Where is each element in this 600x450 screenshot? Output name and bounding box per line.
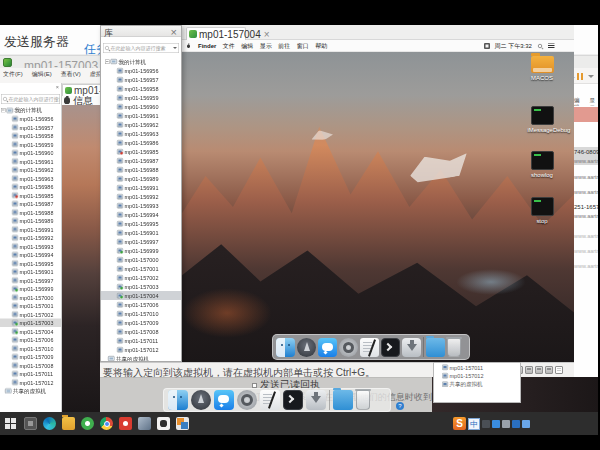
vm-list-item[interactable]: mp01-157012 [434,372,520,381]
vm-list-item[interactable]: mp01-156957 [0,123,61,132]
tree-root-my-computer[interactable]: 我的计算机 [101,57,181,66]
desktop-icon[interactable]: stop [520,197,564,228]
vm-list-item[interactable]: mp01-157012 [0,378,61,387]
finder-menu[interactable]: Finder [198,43,216,50]
vm-list-item[interactable]: mp01-156985 [101,147,181,156]
installer-icon[interactable] [402,338,421,357]
checkbox[interactable] [252,383,257,388]
menu-item[interactable]: 文件(F) [3,70,23,79]
vm-list-item[interactable]: mp01-156986 [0,183,61,192]
vm-list-item[interactable]: mp01-156960 [0,149,61,158]
vm-list-item[interactable]: mp01-157004 [0,327,61,336]
close-icon[interactable]: × [56,84,59,90]
vm-list-item[interactable]: mp01-156956 [101,66,181,75]
messages-app-menu[interactable]: 信息 [73,96,93,105]
table-header-cell[interactable]: 显示 [590,96,599,106]
menu-item[interactable]: 查看(V) [61,70,81,79]
settings-icon[interactable] [339,338,358,357]
chevron-down-icon[interactable] [173,47,177,49]
touch-keyboard-icon[interactable] [24,417,37,430]
vm-list-item[interactable]: mp01-157000 [0,293,61,302]
menu-item[interactable]: 显示 [260,42,272,51]
menu-item[interactable]: 帮助 [315,42,327,51]
table-row[interactable]: www.aartmt.com/ [574,156,598,165]
vm-list-item[interactable]: mp01-156997 [0,276,61,285]
table-row[interactable]: www.aartmt.com/ [574,246,598,255]
tab-mp01-157004[interactable]: mp01-157004 × [186,27,246,40]
file-explorer-icon[interactable] [62,417,75,430]
search-input[interactable]: 在此处输入内容进行搜索 [1,94,60,104]
vm-list-item[interactable]: mp01-156901 [101,228,181,237]
vm-list-item[interactable]: mp01-157006 [101,300,181,309]
finder-icon[interactable] [168,390,188,410]
vm-list-item[interactable]: mp01-156992 [0,234,61,243]
apple-icon[interactable] [187,44,190,48]
vm-list-item[interactable]: mp01-157011 [101,336,181,345]
security-app-icon[interactable] [81,417,94,430]
menu-item[interactable]: 编辑(E) [32,70,52,79]
vm-list-item[interactable]: mp01-157001 [0,302,61,311]
search-input[interactable]: 在此处输入内容进行搜索 [103,43,179,53]
close-icon[interactable]: × [171,26,177,38]
textedit-icon[interactable] [360,338,379,357]
edge-icon[interactable] [43,417,56,430]
desktop-icon[interactable]: showlog [520,151,564,182]
installer-icon[interactable] [306,390,326,410]
message-log-icon[interactable] [555,366,563,374]
network-adapter-icon[interactable] [525,366,533,374]
desktop-icon[interactable]: iMessageDebug [520,106,564,137]
shared-vms-item[interactable]: 共享的虚拟机 [0,387,61,396]
vm-list-item[interactable]: mp01-157000 [101,255,181,264]
vm-list-item[interactable]: mp01-156989 [101,174,181,183]
vm-list-item[interactable]: mp01-156988 [0,208,61,217]
vm-list-item[interactable]: mp01-157009 [0,353,61,362]
menu-item[interactable]: 前往 [278,42,290,51]
vm-list-item[interactable]: mp01-156956 [0,115,61,124]
vm-list-item[interactable]: mp01-156961 [101,111,181,120]
messages-icon[interactable] [318,338,337,357]
messages-icon[interactable] [214,390,234,410]
downloads-folder-icon[interactable] [333,390,353,410]
vm-list-item[interactable]: mp01-156957 [101,75,181,84]
vm-list-item[interactable]: mp01-157010 [101,309,181,318]
table-row[interactable]: 251-1657 [574,202,598,211]
vm-list-item[interactable]: mp01-156901 [0,268,61,277]
vm-list-item[interactable]: mp01-157008 [0,361,61,370]
vm-list-item[interactable]: mp01-157001 [101,264,181,273]
launchpad-icon[interactable] [297,338,316,357]
keyboard-tray-icon[interactable] [522,420,530,428]
tools-tray-icon[interactable] [512,420,520,428]
vm-list-item[interactable]: mp01-156993 [101,201,181,210]
vm-list-item[interactable]: mp01-156988 [101,165,181,174]
vm-list-item[interactable]: mp01-156960 [101,102,181,111]
start-button[interactable] [5,418,16,429]
table-row[interactable]: www.aartmt.com/ [574,187,598,196]
trash-icon[interactable] [447,338,461,357]
shared-vms-item[interactable]: 共享的虚拟机 [101,354,181,362]
vm-list-item[interactable]: mp01-157002 [0,310,61,319]
vm-list-item[interactable]: mp01-156987 [101,156,181,165]
tree-root-my-computer[interactable]: 我的计算机 [0,106,61,115]
vm-list-item[interactable]: mp01-157002 [101,273,181,282]
mic-tray-icon[interactable] [492,420,500,428]
vm-list-item[interactable]: mp01-156999 [0,285,61,294]
chevron-down-icon[interactable] [588,75,594,78]
close-icon[interactable]: × [264,29,270,40]
vm-list-item[interactable]: mp01-156992 [101,192,181,201]
vm-list-item[interactable]: mp01-156989 [0,217,61,226]
vm-list-item[interactable]: mp01-156985 [0,191,61,200]
vm-list-item[interactable]: 共享的虚拟机 [434,380,520,389]
vm-list-item[interactable]: mp01-156994 [101,210,181,219]
vm-list-item[interactable]: mp01-157008 [101,327,181,336]
table-row[interactable]: www.aartmt.com/ [574,172,598,181]
vm-list-item[interactable]: mp01-156963 [101,129,181,138]
collapse-icon[interactable] [1,108,6,113]
sound-icon[interactable] [545,366,553,374]
vm-list-item[interactable]: mp01-156995 [101,219,181,228]
vm-list-item[interactable]: mp01-156986 [101,138,181,147]
trash-icon[interactable] [356,390,370,410]
sogou-input-icon[interactable]: S [453,417,466,430]
settings-icon[interactable] [237,390,257,410]
vm-list-item[interactable]: mp01-156991 [101,183,181,192]
vm-list-item[interactable]: mp01-157003 [0,319,61,328]
